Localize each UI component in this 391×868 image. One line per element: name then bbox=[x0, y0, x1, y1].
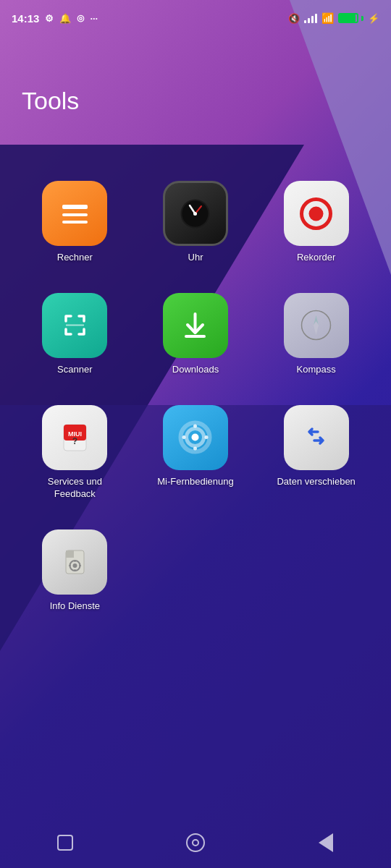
svg-point-25 bbox=[192, 434, 199, 441]
svg-point-27 bbox=[193, 447, 197, 451]
app-label-info: Info Dienste bbox=[50, 600, 100, 613]
signal-bar-3 bbox=[311, 16, 314, 23]
nav-back-button[interactable] bbox=[311, 828, 340, 857]
kompass-svg bbox=[296, 305, 336, 345]
time-display: 14:13 bbox=[12, 12, 39, 25]
back-icon bbox=[319, 833, 333, 852]
status-left: 14:13 ⚙ 🔔 ◎ ··· bbox=[12, 12, 98, 25]
svg-rect-4 bbox=[62, 213, 88, 216]
app-mi-fern[interactable]: Mi-Fernbedienung bbox=[135, 405, 256, 501]
svg-point-28 bbox=[182, 435, 186, 439]
app-daten[interactable]: Daten verschieben bbox=[256, 405, 377, 501]
app-icon-info bbox=[42, 529, 107, 595]
daten-svg bbox=[296, 417, 336, 457]
app-label-rechner: Rechner bbox=[57, 252, 93, 264]
app-label-services: Services und Feedback bbox=[48, 476, 102, 501]
app-scanner[interactable]: Scanner bbox=[14, 293, 135, 376]
svg-marker-31 bbox=[66, 550, 74, 558]
charging-icon: ⚡ bbox=[368, 13, 379, 24]
app-label-kompass: Kompass bbox=[297, 364, 336, 376]
app-icon-mi-fern bbox=[163, 405, 228, 470]
app-rechner[interactable]: Rechner bbox=[14, 181, 135, 264]
rekorder-svg bbox=[296, 194, 336, 234]
status-bar: 14:13 ⚙ 🔔 ◎ ··· 🔇 📶 ⚡ bbox=[0, 0, 391, 36]
mi-fern-svg bbox=[175, 417, 215, 457]
app-icon-kompass bbox=[284, 293, 349, 358]
notification-icon: 🔔 bbox=[59, 13, 71, 24]
svg-rect-5 bbox=[62, 221, 88, 224]
battery-box bbox=[338, 13, 358, 23]
signal-bars bbox=[304, 13, 317, 23]
app-info[interactable]: Info Dienste bbox=[14, 529, 135, 613]
nav-bar bbox=[0, 817, 391, 868]
app-downloads[interactable]: Downloads bbox=[135, 293, 256, 376]
apps-grid: Rechner Uhr Rekorder bbox=[0, 181, 391, 612]
app-uhr[interactable]: Uhr bbox=[135, 181, 256, 264]
svg-point-33 bbox=[72, 563, 77, 568]
app-kompass[interactable]: Kompass bbox=[256, 293, 377, 376]
app-label-mi-fern: Mi-Fernbedienung bbox=[157, 476, 234, 488]
nav-recents-button[interactable] bbox=[51, 828, 80, 857]
svg-text:?: ? bbox=[72, 436, 77, 446]
app-icon-scanner bbox=[42, 293, 107, 358]
more-icon: ··· bbox=[90, 13, 98, 24]
svg-point-12 bbox=[309, 206, 324, 221]
page-title: Tools bbox=[22, 87, 79, 115]
app-icon-rekorder bbox=[284, 181, 349, 246]
app-icon-services: MIUI ? bbox=[42, 405, 107, 470]
status-right: 🔇 📶 ⚡ bbox=[288, 12, 379, 24]
svg-point-10 bbox=[193, 212, 197, 216]
signal-bar-4 bbox=[315, 14, 317, 23]
svg-rect-37 bbox=[79, 565, 81, 566]
wifi-icon: 📶 bbox=[321, 12, 334, 24]
battery-tip bbox=[361, 16, 363, 21]
nav-home-button[interactable] bbox=[181, 828, 210, 857]
info-svg bbox=[55, 542, 95, 582]
battery-fill bbox=[340, 14, 356, 22]
app-icon-rechner bbox=[42, 181, 107, 246]
eye-icon: ◎ bbox=[77, 13, 84, 23]
app-icon-downloads bbox=[163, 293, 228, 358]
app-label-rekorder: Rekorder bbox=[297, 252, 335, 264]
app-label-daten: Daten verschieben bbox=[277, 476, 355, 488]
mute-icon: 🔇 bbox=[288, 13, 300, 24]
svg-rect-35 bbox=[74, 569, 75, 571]
battery bbox=[338, 13, 363, 23]
app-services[interactable]: MIUI ? Services und Feedback bbox=[14, 405, 135, 501]
app-label-scanner: Scanner bbox=[57, 364, 92, 376]
home-icon bbox=[186, 833, 205, 852]
app-rekorder[interactable]: Rekorder bbox=[256, 181, 377, 264]
app-icon-uhr bbox=[163, 181, 228, 246]
svg-rect-34 bbox=[74, 560, 75, 562]
services-svg: MIUI ? bbox=[55, 417, 95, 457]
svg-rect-36 bbox=[69, 565, 71, 566]
signal-bar-2 bbox=[308, 18, 310, 23]
app-label-uhr: Uhr bbox=[188, 252, 203, 264]
signal-bar-1 bbox=[304, 20, 306, 23]
app-label-downloads: Downloads bbox=[172, 364, 219, 376]
uhr-svg bbox=[175, 194, 215, 234]
app-icon-daten bbox=[284, 405, 349, 470]
svg-point-26 bbox=[193, 425, 197, 428]
rechner-svg bbox=[55, 194, 95, 234]
recents-icon bbox=[57, 835, 73, 851]
settings-icon: ⚙ bbox=[45, 13, 54, 24]
scanner-svg bbox=[55, 305, 95, 345]
svg-rect-3 bbox=[62, 205, 88, 209]
home-icon-inner bbox=[192, 839, 199, 846]
svg-point-29 bbox=[205, 435, 209, 439]
downloads-svg bbox=[175, 305, 215, 345]
